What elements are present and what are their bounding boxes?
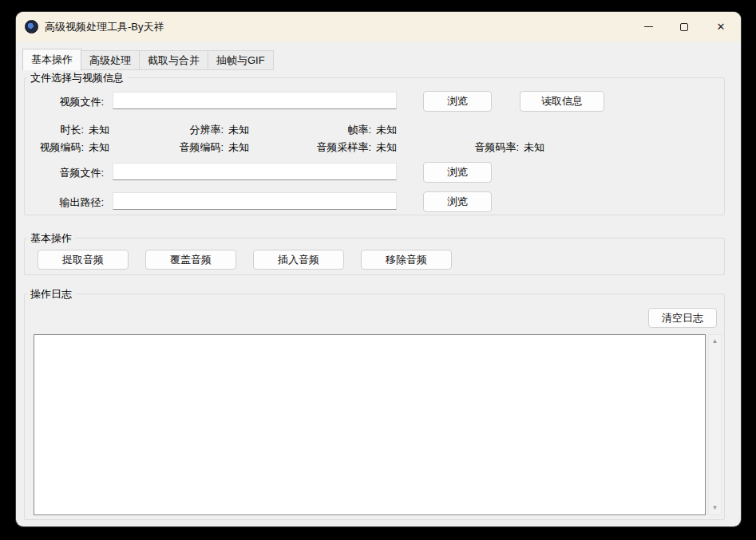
overwrite-audio-button[interactable]: 覆盖音频 <box>145 250 236 270</box>
info-video-codec-value: 未知 <box>89 140 109 153</box>
info-sample-rate-label: 音频采样率: <box>255 140 371 153</box>
info-video-codec-label: 视频编码: <box>24 140 84 153</box>
minimize-button[interactable] <box>631 12 666 41</box>
app-icon <box>25 20 38 34</box>
maximize-button[interactable] <box>667 12 702 41</box>
info-sample-rate: 音频采样率: 未知 <box>255 140 397 153</box>
info-audio-codec-value: 未知 <box>228 140 249 153</box>
extract-audio-button[interactable]: 提取音频 <box>38 250 129 270</box>
app-window: 高级视频处理工具-By天祥 ✕ 基本操作 高级处理 截取与合并 抽帧与GIF 文… <box>16 12 741 526</box>
maximize-icon <box>680 23 688 31</box>
info-audio-bitrate: 音频码率: 未知 <box>399 140 544 153</box>
info-framerate: 帧率: 未知 <box>255 123 397 136</box>
info-duration-value: 未知 <box>89 123 109 136</box>
titlebar: 高级视频处理工具-By天祥 ✕ <box>16 12 741 41</box>
log-textarea[interactable] <box>34 334 706 515</box>
tab-basic-operations[interactable]: 基本操作 <box>22 49 81 70</box>
browse-output-button[interactable]: 浏览 <box>423 191 492 212</box>
video-file-label: 视频文件: <box>40 95 104 109</box>
clear-log-button[interactable]: 清空日志 <box>648 308 717 328</box>
info-sample-rate-value: 未知 <box>376 140 397 153</box>
close-button[interactable]: ✕ <box>703 12 738 41</box>
tab-advanced-processing[interactable]: 高级处理 <box>81 50 140 70</box>
read-info-button[interactable]: 读取信息 <box>520 91 604 112</box>
scroll-down-icon[interactable]: ▼ <box>712 502 718 514</box>
audio-file-input[interactable] <box>113 163 397 180</box>
info-audio-bitrate-label: 音频码率: <box>399 140 519 153</box>
info-framerate-value: 未知 <box>376 123 397 136</box>
info-audio-codec: 音频编码: 未知 <box>136 140 249 153</box>
insert-audio-button[interactable]: 插入音频 <box>253 250 344 270</box>
info-audio-codec-label: 音频编码: <box>136 140 224 153</box>
info-audio-bitrate-value: 未知 <box>524 140 544 153</box>
info-video-codec: 视频编码: 未知 <box>24 140 109 153</box>
tab-cut-and-merge[interactable]: 截取与合并 <box>140 50 208 70</box>
log-scrollbar[interactable]: ▲ ▼ <box>708 334 722 515</box>
desktop-background: 高级视频处理工具-By天祥 ✕ 基本操作 高级处理 截取与合并 抽帧与GIF 文… <box>0 0 756 540</box>
remove-audio-button[interactable]: 移除音频 <box>361 250 452 270</box>
info-resolution-value: 未知 <box>228 123 249 136</box>
output-path-input[interactable] <box>113 192 397 210</box>
info-resolution: 分辨率: 未知 <box>136 123 249 136</box>
close-icon: ✕ <box>717 22 726 32</box>
group-basic-operations-title: 基本操作 <box>27 231 75 246</box>
group-operation-log-title: 操作日志 <box>27 287 75 302</box>
window-title: 高级视频处理工具-By天祥 <box>45 20 164 34</box>
info-resolution-label: 分辨率: <box>136 123 224 136</box>
info-duration-label: 时长: <box>24 123 84 136</box>
tab-frame-extract-gif[interactable]: 抽帧与GIF <box>208 50 274 70</box>
scroll-up-icon[interactable]: ▲ <box>712 335 718 348</box>
video-file-input[interactable] <box>113 92 397 109</box>
output-path-label: 输出路径: <box>40 195 104 210</box>
group-file-selection-title: 文件选择与视频信息 <box>27 71 127 85</box>
tab-bar: 基本操作 高级处理 截取与合并 抽帧与GIF <box>22 49 274 70</box>
minimize-icon <box>644 26 653 27</box>
browse-audio-button[interactable]: 浏览 <box>423 162 492 183</box>
audio-file-label: 音频文件: <box>40 166 104 180</box>
info-duration: 时长: 未知 <box>24 123 109 136</box>
browse-video-button[interactable]: 浏览 <box>423 91 492 112</box>
info-framerate-label: 帧率: <box>255 123 371 136</box>
